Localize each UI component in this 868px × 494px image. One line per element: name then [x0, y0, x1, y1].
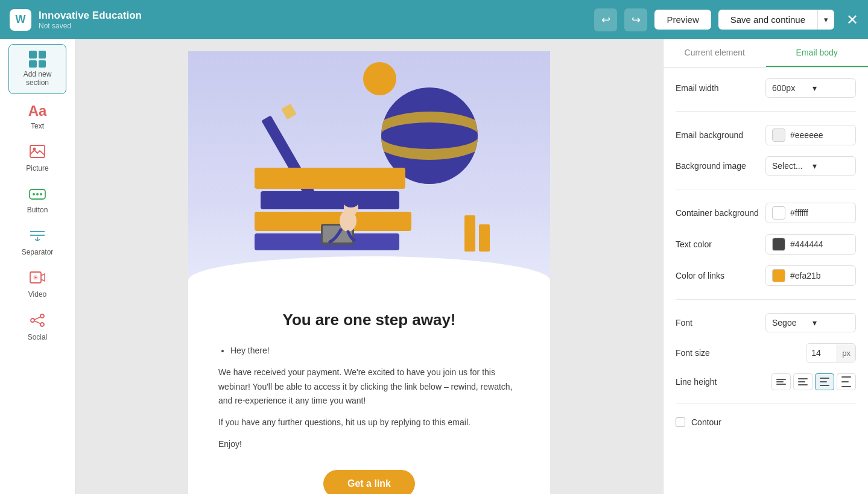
- container-background-label: Container background: [676, 208, 759, 218]
- email-paragraph-1: Hey there!: [230, 344, 520, 358]
- link-color-value: #efa21b: [790, 271, 821, 280]
- email-text-content: Hey there! We have received your payment…: [218, 344, 520, 452]
- divider-1: [676, 111, 856, 112]
- save-dropdown-arrow[interactable]: ▾: [818, 10, 834, 30]
- email-body: You are one step away! Hey there! We hav…: [188, 299, 550, 494]
- container-background-row: Container background #ffffff: [676, 203, 856, 223]
- sidebar: Add newsection Aa Text Picture: [0, 39, 75, 494]
- divider-2: [676, 189, 856, 189]
- chevron-down-icon-3: ▾: [813, 318, 849, 328]
- link-color-row: Color of links #efa21b: [676, 265, 856, 286]
- email-paragraph-3: If you have any further questions, hit u…: [218, 416, 520, 430]
- line-height-normal-button[interactable]: [793, 373, 813, 390]
- font-row: Font Segoe ▾: [676, 313, 856, 332]
- text-color-row: Text color #444444: [676, 234, 856, 255]
- line-height-options: [771, 373, 856, 390]
- text-color-swatch: [772, 238, 785, 251]
- line-height-row: Line height: [676, 373, 856, 390]
- canvas-area: You are one step away! Hey there! We hav…: [75, 39, 663, 494]
- sidebar-item-label-video: Video: [28, 290, 46, 299]
- text-color-value: #444444: [790, 239, 823, 249]
- email-width-row: Email width 600px ▾: [676, 78, 856, 98]
- tab-current-element[interactable]: Current element: [664, 39, 766, 67]
- pencil-tip: [281, 104, 297, 119]
- social-icon: [30, 314, 45, 331]
- line-height-relaxed-button[interactable]: [815, 373, 834, 390]
- link-color-swatch: [772, 269, 785, 282]
- svg-rect-0: [30, 145, 45, 157]
- sidebar-item-text[interactable]: Aa Text: [8, 97, 66, 136]
- email-paragraph-2: We have received your payment. We're exc…: [218, 366, 520, 408]
- tab-email-body[interactable]: Email body: [766, 39, 869, 67]
- svg-line-14: [34, 317, 40, 320]
- link-color-picker[interactable]: #efa21b: [765, 265, 856, 286]
- sidebar-item-label-add-section: Add newsection: [24, 70, 52, 87]
- svg-point-5: [40, 193, 42, 195]
- svg-line-15: [34, 321, 40, 324]
- font-label: Font: [676, 318, 748, 328]
- person-illustration: [318, 191, 366, 253]
- save-button-group: Save and continue ▾: [718, 10, 834, 30]
- container-background-color-value: #ffffff: [790, 208, 808, 218]
- separator-icon: [29, 229, 46, 245]
- save-continue-button[interactable]: Save and continue: [718, 10, 818, 30]
- book-1: [255, 168, 405, 189]
- contour-row: Contour: [676, 417, 856, 427]
- video-icon: [30, 271, 45, 288]
- email-cta-wrapper: Get a link: [218, 470, 520, 494]
- divider-3: [676, 299, 856, 300]
- email-background-swatch: [772, 128, 785, 142]
- contour-checkbox[interactable]: [676, 417, 685, 427]
- svg-point-12: [40, 314, 44, 318]
- email-width-select[interactable]: 600px ▾: [765, 78, 856, 98]
- text-color-picker[interactable]: #444444: [765, 234, 856, 255]
- sidebar-item-add-section[interactable]: Add newsection: [8, 44, 66, 94]
- topbar: W Innovative Education Not saved ↩ ↪ Pre…: [0, 0, 868, 39]
- sidebar-item-social[interactable]: Social: [8, 308, 66, 347]
- sidebar-item-label-button: Button: [27, 206, 48, 214]
- redo-button[interactable]: ↪: [624, 8, 647, 31]
- email-cta-button[interactable]: Get a link: [323, 470, 415, 494]
- background-image-label: Background image: [676, 161, 748, 171]
- panel-tabs: Current element Email body: [664, 39, 868, 68]
- email-background-row: Email background #eeeeee: [676, 125, 856, 145]
- undo-button[interactable]: ↩: [594, 8, 617, 31]
- app-logo: W: [10, 9, 31, 31]
- sidebar-item-video[interactable]: Video: [8, 265, 66, 305]
- email-background-color-picker[interactable]: #eeeeee: [765, 125, 856, 145]
- line-height-tight-button[interactable]: [771, 373, 791, 390]
- grid-icon: [29, 51, 46, 68]
- close-button[interactable]: ✕: [846, 11, 858, 28]
- right-panel: Current element Email body Email width 6…: [663, 39, 868, 494]
- sidebar-item-separator[interactable]: Separator: [8, 223, 66, 262]
- svg-point-13: [40, 323, 44, 326]
- preview-button[interactable]: Preview: [654, 10, 711, 30]
- sidebar-item-label-separator: Separator: [22, 248, 54, 256]
- sun-decoration: [363, 62, 396, 95]
- sidebar-item-label-text: Text: [31, 122, 44, 130]
- container-background-swatch: [772, 206, 785, 220]
- text-color-label: Text color: [676, 239, 748, 249]
- globe-ring: [381, 112, 478, 160]
- container-background-color-picker[interactable]: #ffffff: [765, 203, 856, 223]
- sidebar-item-button[interactable]: Button: [8, 182, 66, 220]
- link-color-label: Color of links: [676, 271, 748, 280]
- email-background-label: Email background: [676, 130, 748, 140]
- chevron-down-icon: ▾: [813, 83, 849, 93]
- svg-point-4: [36, 193, 39, 195]
- background-image-select[interactable]: Select... ▾: [765, 156, 856, 176]
- svg-point-11: [31, 318, 34, 322]
- sidebar-item-label-picture: Picture: [26, 164, 48, 173]
- line-height-loose-button[interactable]: [837, 373, 856, 390]
- background-image-row: Background image Select... ▾: [676, 156, 856, 176]
- font-size-input[interactable]: 14: [806, 344, 837, 362]
- svg-point-20: [344, 198, 358, 207]
- font-select[interactable]: Segoe ▾: [765, 313, 856, 332]
- main-layout: Add newsection Aa Text Picture: [0, 39, 868, 494]
- svg-point-3: [33, 193, 35, 195]
- email-width-label: Email width: [676, 83, 748, 93]
- font-size-unit: px: [837, 344, 855, 362]
- panel-body: Email width 600px ▾ Email background #ee…: [664, 68, 868, 494]
- line-height-label: Line height: [676, 377, 748, 387]
- sidebar-item-picture[interactable]: Picture: [8, 139, 66, 179]
